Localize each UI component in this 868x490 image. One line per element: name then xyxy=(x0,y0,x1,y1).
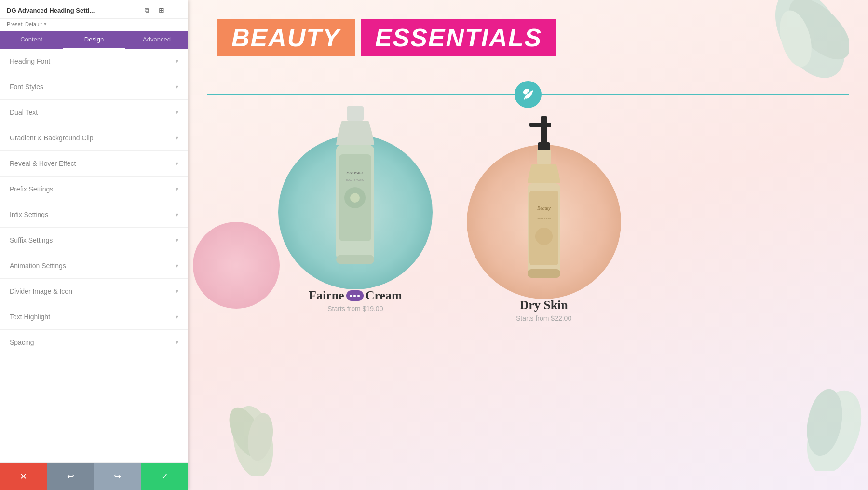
accordion-header-suffix-settings[interactable]: Suffix Settings ▾ xyxy=(0,228,188,253)
chevron-gradient-background-clip: ▾ xyxy=(176,135,178,141)
tab-design[interactable]: Design xyxy=(63,31,125,49)
accordion-header-dual-text[interactable]: Dual Text ▾ xyxy=(0,100,188,125)
expand-icon[interactable]: ⊞ xyxy=(156,5,167,15)
accordion-label-spacing: Spacing xyxy=(10,339,34,346)
divider-line-left xyxy=(207,94,515,95)
accordion-header-divider-image-icon[interactable]: Divider Image & Icon ▾ xyxy=(0,279,188,304)
loading-dots xyxy=(346,290,364,301)
chevron-animation-settings: ▾ xyxy=(176,262,178,269)
accordion-heading-font: Heading Font ▾ xyxy=(0,49,188,74)
accordion-font-styles: Font Styles ▾ xyxy=(0,74,188,100)
accordion-label-reveal-hover-effect: Reveal & Hover Effect xyxy=(10,160,76,167)
more-icon[interactable]: ⋮ xyxy=(171,5,181,15)
settings-panel: DG Advanced Heading Setti... ⧉ ⊞ ⋮ Prese… xyxy=(0,0,188,490)
redo-icon: ↪ xyxy=(114,471,121,482)
accordion-dual-text: Dual Text ▾ xyxy=(0,100,188,125)
redo-button[interactable]: ↪ xyxy=(94,463,141,490)
chevron-reveal-hover-effect: ▾ xyxy=(176,160,178,167)
undo-button[interactable]: ↩ xyxy=(47,463,95,490)
accordion-divider-image-icon: Divider Image & Icon ▾ xyxy=(0,279,188,304)
panel-title: DG Advanced Heading Setti... xyxy=(7,7,95,14)
preset-arrow: ▾ xyxy=(44,21,47,27)
chevron-font-styles: ▾ xyxy=(176,83,178,90)
divider-icon xyxy=(515,81,542,108)
preview-area: BEAUTY ESSENTIALS xyxy=(188,0,868,490)
heading-area: BEAUTY ESSENTIALS xyxy=(217,19,839,56)
svg-text:MAYPARIS: MAYPARIS xyxy=(347,171,364,175)
undo-icon: ↩ xyxy=(67,471,74,482)
deco-leaf-bottom-right xyxy=(786,365,868,471)
accordion-infix-settings: Infix Settings ▾ xyxy=(0,202,188,228)
deco-plant-bottom-left xyxy=(222,379,285,476)
heading-essentials: ESSENTIALS xyxy=(361,19,557,56)
eco-icon xyxy=(522,88,534,101)
chevron-text-highlight: ▾ xyxy=(176,313,178,320)
svg-rect-8 xyxy=(347,106,364,121)
svg-text:BEAUTY • CARE: BEAUTY • CARE xyxy=(346,178,365,181)
svg-rect-19 xyxy=(537,150,551,164)
svg-rect-17 xyxy=(529,122,551,127)
blob-pink-left xyxy=(193,222,280,309)
accordion-label-divider-image-icon: Divider Image & Icon xyxy=(10,287,72,295)
heading-beauty: BEAUTY xyxy=(217,19,355,56)
product-card-1: MAYPARIS BEAUTY • CARE Fairne Cream Star… xyxy=(309,106,402,313)
save-icon: ✓ xyxy=(161,471,168,482)
chevron-heading-font: ▾ xyxy=(176,58,178,65)
accordion-label-heading-font: Heading Font xyxy=(10,57,50,65)
chevron-dual-text: ▾ xyxy=(176,109,178,116)
tab-content[interactable]: Content xyxy=(0,31,63,49)
accordion-header-text-highlight[interactable]: Text Highlight ▾ xyxy=(0,304,188,329)
product2-name: Dry Skin xyxy=(519,298,568,312)
product2-price: Starts from $22.00 xyxy=(516,314,571,322)
preset-label: Preset: Default xyxy=(7,21,42,27)
product1-name-suffix: Cream xyxy=(366,288,402,303)
accordion-prefix-settings: Prefix Settings ▾ xyxy=(0,177,188,202)
accordion-header-animation-settings[interactable]: Animation Settings ▾ xyxy=(0,253,188,278)
accordion-header-heading-font[interactable]: Heading Font ▾ xyxy=(0,49,188,74)
accordion-label-gradient-background-clip: Gradient & Background Clip xyxy=(10,134,94,142)
cancel-button[interactable]: ✕ xyxy=(0,463,47,490)
accordion-animation-settings: Animation Settings ▾ xyxy=(0,253,188,279)
product1-name-prefix: Fairne xyxy=(309,288,344,303)
accordion-label-prefix-settings: Prefix Settings xyxy=(10,185,53,193)
svg-rect-25 xyxy=(528,269,560,278)
accordion-spacing: Spacing ▾ xyxy=(0,330,188,355)
accordion-header-spacing[interactable]: Spacing ▾ xyxy=(0,330,188,355)
cancel-icon: ✕ xyxy=(20,471,27,482)
accordion-label-font-styles: Font Styles xyxy=(10,83,43,91)
product1-name-row: Fairne Cream xyxy=(309,288,402,303)
accordion-list: Heading Font ▾ Font Styles ▾ Dual Text ▾… xyxy=(0,49,188,462)
accordion-reveal-hover-effect: Reveal & Hover Effect ▾ xyxy=(0,151,188,177)
product-card-2: Beauty DAILY CARE Dry Skin Starts from $… xyxy=(516,116,571,322)
chevron-infix-settings: ▾ xyxy=(176,211,178,218)
copy-icon[interactable]: ⧉ xyxy=(142,5,152,15)
accordion-header-reveal-hover-effect[interactable]: Reveal & Hover Effect ▾ xyxy=(0,151,188,176)
tabs-row: Content Design Advanced xyxy=(0,31,188,49)
chevron-spacing: ▾ xyxy=(176,339,178,346)
preset-row[interactable]: Preset: Default ▾ xyxy=(0,19,188,31)
accordion-label-suffix-settings: Suffix Settings xyxy=(10,236,53,244)
svg-rect-15 xyxy=(336,255,374,264)
tab-advanced[interactable]: Advanced xyxy=(125,31,188,49)
panel-header: DG Advanced Heading Setti... ⧉ ⊞ ⋮ xyxy=(0,0,188,19)
bottle-mayparis-svg: MAYPARIS BEAUTY • CARE xyxy=(327,106,383,285)
header-icons: ⧉ ⊞ ⋮ xyxy=(142,5,181,15)
accordion-header-prefix-settings[interactable]: Prefix Settings ▾ xyxy=(0,177,188,202)
chevron-prefix-settings: ▾ xyxy=(176,186,178,192)
accordion-label-infix-settings: Infix Settings xyxy=(10,211,48,218)
product2-name-row: Dry Skin xyxy=(516,298,571,313)
svg-text:DAILY CARE: DAILY CARE xyxy=(537,217,551,220)
product1-price: Starts from $19.00 xyxy=(309,305,402,313)
accordion-label-dual-text: Dual Text xyxy=(10,109,38,116)
chevron-suffix-settings: ▾ xyxy=(176,237,178,244)
svg-point-14 xyxy=(350,193,360,203)
svg-point-24 xyxy=(535,228,553,245)
accordion-label-text-highlight: Text Highlight xyxy=(10,313,50,321)
accordion-gradient-background-clip: Gradient & Background Clip ▾ xyxy=(0,125,188,151)
accordion-suffix-settings: Suffix Settings ▾ xyxy=(0,228,188,253)
accordion-header-infix-settings[interactable]: Infix Settings ▾ xyxy=(0,202,188,227)
save-button[interactable]: ✓ xyxy=(141,463,189,490)
accordion-header-font-styles[interactable]: Font Styles ▾ xyxy=(0,74,188,99)
accordion-header-gradient-background-clip[interactable]: Gradient & Background Clip ▾ xyxy=(0,125,188,150)
bottom-toolbar: ✕ ↩ ↪ ✓ xyxy=(0,462,188,490)
